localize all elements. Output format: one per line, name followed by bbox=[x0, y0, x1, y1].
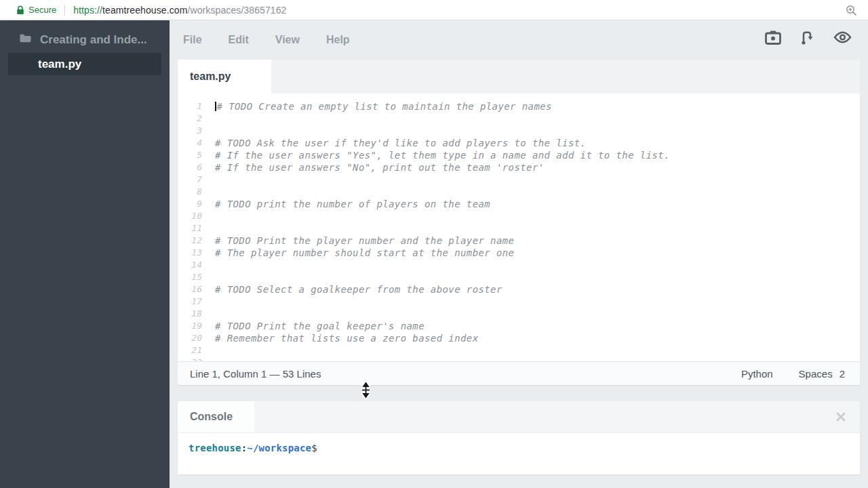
url-text[interactable]: https://teamtreehouse.com/workspaces/386… bbox=[73, 5, 286, 16]
line-text bbox=[202, 125, 215, 137]
tab-team-py[interactable]: team.py bbox=[178, 60, 271, 94]
line-text: # TODO print the number of players on th… bbox=[202, 198, 490, 210]
line-text bbox=[202, 344, 215, 357]
code-line[interactable]: 17 bbox=[178, 296, 860, 308]
code-line[interactable]: 11 bbox=[178, 222, 860, 235]
line-number: 8 bbox=[178, 186, 202, 198]
editor-tab-bar: team.py bbox=[178, 60, 860, 94]
line-text: # TODO Print the player number and the p… bbox=[202, 235, 514, 247]
url-divider bbox=[64, 5, 65, 16]
code-lines: 1 # TODO Create an empty list to maintai… bbox=[178, 100, 860, 361]
line-number: 15 bbox=[178, 271, 202, 283]
browser-address-bar[interactable]: Secure https://teamtreehouse.com/workspa… bbox=[0, 0, 868, 20]
console-tab-label: Console bbox=[190, 411, 233, 423]
line-text: # Remember that lists use a zero based i… bbox=[202, 332, 478, 344]
code-line[interactable]: 18 bbox=[178, 308, 860, 320]
line-number: 3 bbox=[178, 125, 202, 137]
text-cursor bbox=[215, 102, 216, 111]
code-line[interactable]: 16 # TODO Select a goalkeeper from the a… bbox=[178, 283, 860, 296]
line-text: # If the user answers "Yes", let them ty… bbox=[202, 149, 670, 161]
panel-resize-handle[interactable] bbox=[360, 382, 372, 401]
code-line[interactable]: 19 # TODO Print the goal keeper's name bbox=[178, 320, 860, 332]
code-line[interactable]: 10 bbox=[178, 210, 860, 222]
line-number: 19 bbox=[178, 320, 202, 332]
line-text bbox=[202, 113, 215, 125]
url-protocol: https:// bbox=[73, 5, 102, 16]
code-line[interactable]: 6 # If the user answers "No", print out … bbox=[178, 161, 860, 174]
menu-help[interactable]: Help bbox=[326, 34, 350, 46]
line-text: # TODO Select a goalkeeper from the abov… bbox=[202, 283, 502, 296]
code-line[interactable]: 2 bbox=[178, 113, 860, 125]
line-text bbox=[202, 186, 215, 198]
eye-icon[interactable] bbox=[833, 31, 852, 43]
menu-bar: File Edit View Help bbox=[170, 20, 868, 60]
sidebar-folder-label: Creating and Inde... bbox=[40, 33, 147, 47]
menu-view[interactable]: View bbox=[275, 34, 300, 46]
line-number: 1 bbox=[178, 100, 202, 113]
file-tree-sidebar: Creating and Inde... team.py bbox=[0, 20, 170, 488]
menu-file[interactable]: File bbox=[183, 34, 202, 46]
terminal-prompt: treehouse:~/workspace$ bbox=[189, 443, 317, 453]
lock-icon[interactable] bbox=[16, 5, 24, 15]
line-number: 5 bbox=[178, 149, 202, 161]
line-text: # If the user answers "No", print out th… bbox=[202, 161, 545, 174]
sidebar-file-label: team.py bbox=[38, 58, 81, 71]
language-mode[interactable]: Python bbox=[741, 368, 773, 380]
console-header: Console bbox=[178, 401, 860, 432]
line-number: 13 bbox=[178, 247, 202, 259]
line-text bbox=[202, 271, 215, 283]
toolbar bbox=[765, 27, 852, 47]
line-number: 11 bbox=[178, 222, 202, 235]
menu-edit[interactable]: Edit bbox=[229, 34, 249, 46]
code-line[interactable]: 13 # The player number should start at t… bbox=[178, 247, 860, 259]
code-editor[interactable]: 1 # TODO Create an empty list to maintai… bbox=[178, 94, 860, 361]
code-line[interactable]: 3 bbox=[178, 125, 860, 137]
line-text bbox=[202, 174, 215, 186]
code-line[interactable]: 1 # TODO Create an empty list to maintai… bbox=[178, 100, 860, 113]
url-path: /workspaces/38657162 bbox=[187, 5, 286, 16]
line-number: 17 bbox=[178, 296, 202, 308]
cursor-position-text: Line 1, Column 1 — 53 Lines bbox=[190, 368, 321, 380]
code-line[interactable]: 4 # TODO Ask the user if they'd like to … bbox=[178, 137, 860, 149]
code-line[interactable]: 7 bbox=[178, 174, 860, 186]
line-number: 20 bbox=[178, 332, 202, 344]
line-number: 6 bbox=[178, 161, 202, 174]
line-text: # TODO Print the goal keeper's name bbox=[202, 320, 425, 332]
line-number: 12 bbox=[178, 235, 202, 247]
line-text bbox=[202, 308, 215, 320]
line-number: 10 bbox=[178, 210, 202, 222]
line-number: 2 bbox=[178, 113, 202, 125]
fork-icon[interactable] bbox=[800, 29, 815, 45]
line-text: # The player number should start at the … bbox=[202, 247, 514, 259]
code-line[interactable]: 15 bbox=[178, 271, 860, 283]
code-line[interactable]: 9 # TODO print the number of players on … bbox=[178, 198, 860, 210]
editor-status-bar: Line 1, Column 1 — 53 Lines Python Space… bbox=[178, 361, 860, 385]
treehouse-workspace: Secure https://teamtreehouse.com/workspa… bbox=[0, 0, 868, 488]
zoom-page-icon[interactable] bbox=[845, 4, 857, 16]
line-text bbox=[202, 222, 215, 235]
terminal[interactable]: treehouse:~/workspace$ bbox=[178, 432, 860, 474]
line-number: 16 bbox=[178, 283, 202, 296]
indent-setting[interactable]: Spaces2 bbox=[799, 368, 845, 380]
line-number: 22 bbox=[178, 357, 202, 361]
line-number: 9 bbox=[178, 198, 202, 210]
line-text bbox=[202, 259, 215, 271]
tab-console[interactable]: Console bbox=[178, 401, 254, 432]
code-line[interactable]: 8 bbox=[178, 186, 860, 198]
code-line[interactable]: 12 # TODO Print the player number and th… bbox=[178, 235, 860, 247]
code-line[interactable]: 22 bbox=[178, 357, 860, 361]
code-line[interactable]: 14 bbox=[178, 259, 860, 271]
tab-label: team.py bbox=[190, 70, 231, 83]
line-number: 21 bbox=[178, 344, 202, 357]
code-line[interactable]: 20 # Remember that lists use a zero base… bbox=[178, 332, 860, 344]
line-number: 7 bbox=[178, 174, 202, 186]
camera-icon[interactable] bbox=[765, 30, 781, 45]
code-line[interactable]: 5 # If the user answers "Yes", let them … bbox=[178, 149, 860, 161]
editor-panel: team.py 1 # TODO Create an empty list to… bbox=[178, 60, 860, 385]
code-line[interactable]: 21 bbox=[178, 344, 860, 357]
sidebar-file-team-py[interactable]: team.py bbox=[8, 53, 161, 75]
sidebar-folder[interactable]: Creating and Inde... bbox=[0, 28, 170, 52]
close-icon[interactable] bbox=[835, 411, 846, 422]
line-number: 18 bbox=[178, 308, 202, 320]
console-panel: Console treehouse:~/workspace$ bbox=[178, 401, 860, 474]
